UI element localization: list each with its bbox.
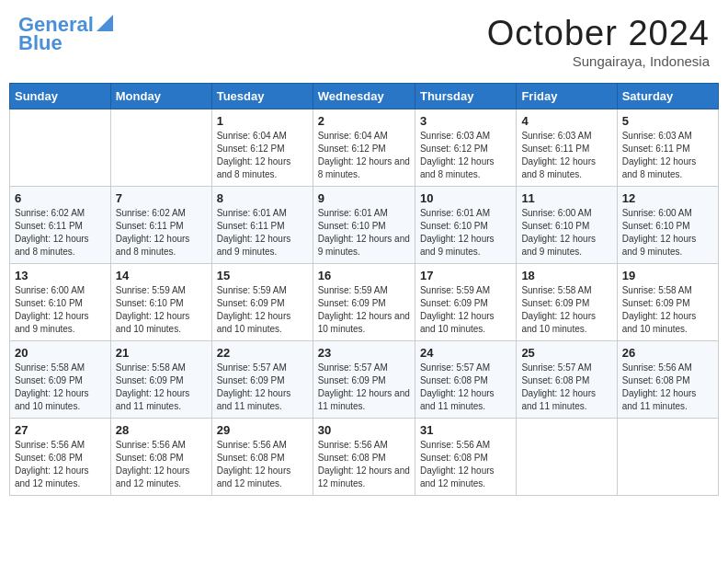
day-number: 31 — [420, 423, 511, 437]
day-number: 6 — [15, 191, 106, 205]
calendar-cell: 8Sunrise: 6:01 AM Sunset: 6:11 PM Daylig… — [211, 187, 313, 264]
calendar-cell: 23Sunrise: 5:57 AM Sunset: 6:09 PM Dayli… — [313, 341, 415, 419]
calendar-cell: 20Sunrise: 5:58 AM Sunset: 6:09 PM Dayli… — [10, 341, 111, 419]
day-info: Sunrise: 6:00 AM Sunset: 6:10 PM Dayligh… — [15, 284, 106, 336]
calendar-cell: 9Sunrise: 6:01 AM Sunset: 6:10 PM Daylig… — [313, 187, 415, 264]
calendar-cell: 3Sunrise: 6:03 AM Sunset: 6:12 PM Daylig… — [415, 109, 516, 187]
day-number: 25 — [521, 346, 611, 360]
calendar-week-5: 27Sunrise: 5:56 AM Sunset: 6:08 PM Dayli… — [10, 419, 719, 496]
logo-arrow-icon — [97, 15, 113, 31]
day-number: 15 — [217, 269, 308, 282]
calendar-cell: 15Sunrise: 5:59 AM Sunset: 6:09 PM Dayli… — [211, 264, 313, 341]
calendar-header-row: SundayMondayTuesdayWednesdayThursdayFrid… — [10, 84, 719, 109]
calendar-cell: 25Sunrise: 5:57 AM Sunset: 6:08 PM Dayli… — [517, 341, 617, 419]
day-info: Sunrise: 5:59 AM Sunset: 6:09 PM Dayligh… — [318, 284, 410, 336]
calendar-week-1: 1Sunrise: 6:04 AM Sunset: 6:12 PM Daylig… — [10, 109, 719, 187]
calendar-cell: 2Sunrise: 6:04 AM Sunset: 6:12 PM Daylig… — [313, 109, 415, 187]
day-info: Sunrise: 5:56 AM Sunset: 6:08 PM Dayligh… — [217, 439, 308, 490]
calendar-cell: 14Sunrise: 5:59 AM Sunset: 6:10 PM Dayli… — [110, 264, 211, 341]
day-info: Sunrise: 5:56 AM Sunset: 6:08 PM Dayligh… — [622, 362, 713, 413]
calendar-week-4: 20Sunrise: 5:58 AM Sunset: 6:09 PM Dayli… — [10, 341, 719, 419]
calendar-cell: 18Sunrise: 5:58 AM Sunset: 6:09 PM Dayli… — [517, 264, 617, 341]
calendar-cell — [10, 109, 111, 187]
day-number: 12 — [622, 191, 713, 205]
logo: General Blue — [18, 14, 113, 54]
calendar-cell: 5Sunrise: 6:03 AM Sunset: 6:11 PM Daylig… — [617, 109, 718, 187]
day-number: 18 — [521, 269, 611, 282]
weekday-header-tuesday: Tuesday — [211, 84, 313, 109]
calendar-cell: 29Sunrise: 5:56 AM Sunset: 6:08 PM Dayli… — [211, 419, 313, 496]
day-info: Sunrise: 6:00 AM Sunset: 6:10 PM Dayligh… — [622, 207, 713, 259]
day-info: Sunrise: 6:04 AM Sunset: 6:12 PM Dayligh… — [217, 130, 308, 181]
calendar-cell: 13Sunrise: 6:00 AM Sunset: 6:10 PM Dayli… — [10, 264, 111, 341]
weekday-header-thursday: Thursday — [415, 84, 516, 109]
day-number: 17 — [420, 269, 511, 282]
day-info: Sunrise: 5:59 AM Sunset: 6:09 PM Dayligh… — [420, 284, 511, 336]
weekday-header-friday: Friday — [517, 84, 617, 109]
day-info: Sunrise: 5:56 AM Sunset: 6:08 PM Dayligh… — [116, 439, 207, 490]
calendar-cell: 1Sunrise: 6:04 AM Sunset: 6:12 PM Daylig… — [211, 109, 313, 187]
day-number: 23 — [318, 346, 410, 360]
day-number: 8 — [217, 191, 308, 205]
day-number: 10 — [420, 191, 511, 205]
calendar-cell: 12Sunrise: 6:00 AM Sunset: 6:10 PM Dayli… — [617, 187, 718, 264]
day-number: 20 — [15, 346, 106, 360]
calendar-cell: 27Sunrise: 5:56 AM Sunset: 6:08 PM Dayli… — [10, 419, 111, 496]
location-subtitle: Sungairaya, Indonesia — [487, 53, 710, 69]
day-info: Sunrise: 5:57 AM Sunset: 6:09 PM Dayligh… — [318, 362, 410, 413]
weekday-header-saturday: Saturday — [617, 84, 718, 109]
day-number: 4 — [521, 114, 611, 128]
day-info: Sunrise: 6:03 AM Sunset: 6:11 PM Dayligh… — [521, 130, 611, 181]
calendar-table: SundayMondayTuesdayWednesdayThursdayFrid… — [9, 83, 719, 496]
calendar-cell: 17Sunrise: 5:59 AM Sunset: 6:09 PM Dayli… — [415, 264, 516, 341]
day-info: Sunrise: 5:56 AM Sunset: 6:08 PM Dayligh… — [15, 439, 106, 490]
weekday-header-wednesday: Wednesday — [313, 84, 415, 109]
day-number: 19 — [622, 269, 713, 282]
day-number: 21 — [116, 346, 207, 360]
day-number: 11 — [521, 191, 611, 205]
day-number: 1 — [217, 114, 308, 128]
calendar-cell: 26Sunrise: 5:56 AM Sunset: 6:08 PM Dayli… — [617, 341, 718, 419]
day-number: 22 — [217, 346, 308, 360]
day-info: Sunrise: 6:02 AM Sunset: 6:11 PM Dayligh… — [116, 207, 207, 259]
calendar-cell: 28Sunrise: 5:56 AM Sunset: 6:08 PM Dayli… — [110, 419, 211, 496]
day-info: Sunrise: 6:03 AM Sunset: 6:11 PM Dayligh… — [622, 130, 713, 181]
calendar-cell — [517, 419, 617, 496]
day-info: Sunrise: 6:02 AM Sunset: 6:11 PM Dayligh… — [15, 207, 106, 259]
calendar-cell: 10Sunrise: 6:01 AM Sunset: 6:10 PM Dayli… — [415, 187, 516, 264]
day-number: 27 — [15, 423, 106, 437]
day-info: Sunrise: 6:01 AM Sunset: 6:10 PM Dayligh… — [420, 207, 511, 259]
day-info: Sunrise: 5:56 AM Sunset: 6:08 PM Dayligh… — [318, 439, 410, 490]
logo-text-blue: Blue — [18, 32, 63, 54]
day-number: 5 — [622, 114, 713, 128]
day-info: Sunrise: 6:03 AM Sunset: 6:12 PM Dayligh… — [420, 130, 511, 181]
day-info: Sunrise: 5:57 AM Sunset: 6:08 PM Dayligh… — [420, 362, 511, 413]
day-number: 16 — [318, 269, 410, 282]
day-info: Sunrise: 5:58 AM Sunset: 6:09 PM Dayligh… — [622, 284, 713, 336]
day-info: Sunrise: 6:00 AM Sunset: 6:10 PM Dayligh… — [521, 207, 611, 259]
page-header: General Blue October 2024 Sungairaya, In… — [9, 9, 719, 74]
day-number: 2 — [318, 114, 410, 128]
calendar-cell: 16Sunrise: 5:59 AM Sunset: 6:09 PM Dayli… — [313, 264, 415, 341]
calendar-cell: 30Sunrise: 5:56 AM Sunset: 6:08 PM Dayli… — [313, 419, 415, 496]
calendar-cell: 6Sunrise: 6:02 AM Sunset: 6:11 PM Daylig… — [10, 187, 111, 264]
day-info: Sunrise: 5:57 AM Sunset: 6:08 PM Dayligh… — [521, 362, 611, 413]
calendar-cell: 19Sunrise: 5:58 AM Sunset: 6:09 PM Dayli… — [617, 264, 718, 341]
day-info: Sunrise: 5:58 AM Sunset: 6:09 PM Dayligh… — [116, 362, 207, 413]
day-info: Sunrise: 6:01 AM Sunset: 6:10 PM Dayligh… — [318, 207, 410, 259]
title-block: October 2024 Sungairaya, Indonesia — [487, 14, 710, 69]
calendar-cell: 31Sunrise: 5:56 AM Sunset: 6:08 PM Dayli… — [415, 419, 516, 496]
calendar-cell: 24Sunrise: 5:57 AM Sunset: 6:08 PM Dayli… — [415, 341, 516, 419]
day-info: Sunrise: 5:59 AM Sunset: 6:10 PM Dayligh… — [116, 284, 207, 336]
day-info: Sunrise: 5:58 AM Sunset: 6:09 PM Dayligh… — [521, 284, 611, 336]
day-info: Sunrise: 5:56 AM Sunset: 6:08 PM Dayligh… — [420, 439, 511, 490]
calendar-cell: 7Sunrise: 6:02 AM Sunset: 6:11 PM Daylig… — [110, 187, 211, 264]
calendar-cell — [110, 109, 211, 187]
day-number: 14 — [116, 269, 207, 282]
calendar-cell: 21Sunrise: 5:58 AM Sunset: 6:09 PM Dayli… — [110, 341, 211, 419]
day-number: 3 — [420, 114, 511, 128]
day-info: Sunrise: 6:04 AM Sunset: 6:12 PM Dayligh… — [318, 130, 410, 181]
calendar-cell — [617, 419, 718, 496]
day-info: Sunrise: 5:59 AM Sunset: 6:09 PM Dayligh… — [217, 284, 308, 336]
day-number: 26 — [622, 346, 713, 360]
